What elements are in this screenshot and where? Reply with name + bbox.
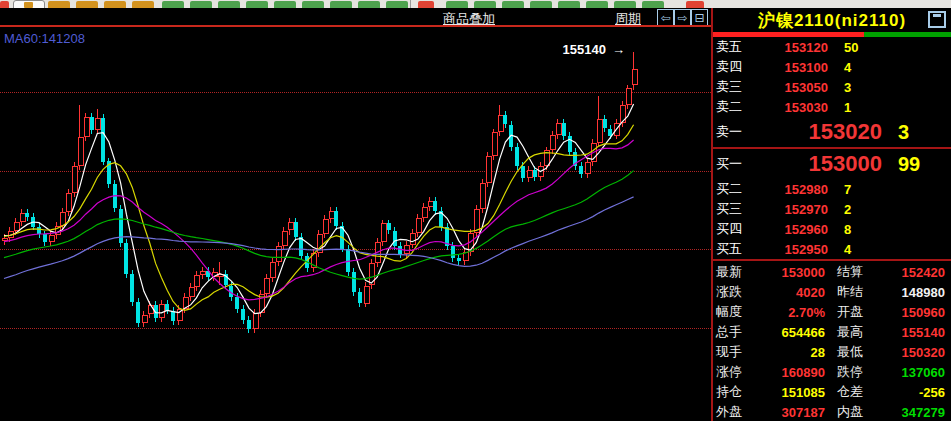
- info-label: 持仓: [716, 383, 757, 401]
- info-value: 2.70%: [757, 305, 825, 320]
- bid-label: 买三: [716, 200, 770, 218]
- ma-line: [4, 125, 634, 311]
- favicon-stub[interactable]: [76, 1, 98, 8]
- favicon-stub[interactable]: [474, 1, 496, 8]
- bid-row[interactable]: 买一15300099: [713, 149, 951, 179]
- info-value: 153000: [757, 265, 825, 280]
- favicon-stub[interactable]: [530, 1, 552, 8]
- info-value: 307187: [757, 405, 825, 420]
- ask-row[interactable]: 卖一1530203: [713, 117, 951, 147]
- favicon-stub[interactable]: [48, 1, 70, 8]
- info-row: 现手28最低150320: [713, 342, 951, 362]
- favicon-stub[interactable]: [0, 1, 9, 8]
- quote-panel: 沪镍2110(ni2110) 卖五15312050卖四1531004卖三1530…: [711, 8, 951, 421]
- info-label: 总手: [716, 323, 757, 341]
- ask-price: 153020: [770, 119, 882, 145]
- info-value: 137060: [878, 365, 945, 380]
- buy-sell-ratio-bar: [713, 32, 951, 37]
- bid-qty: 2: [844, 202, 851, 217]
- bid-levels: 买一15300099买二1529807买三1529702买四1529608买五1…: [713, 149, 951, 259]
- favicon-stub[interactable]: [686, 1, 704, 8]
- bid-row[interactable]: 买五1529504: [713, 239, 951, 259]
- favicon-stub[interactable]: [446, 1, 468, 8]
- favicon-stub[interactable]: [190, 1, 212, 8]
- ask-price: 153030: [770, 100, 828, 115]
- strip-divider: [410, 0, 411, 8]
- bid-label: 买四: [716, 220, 770, 238]
- info-label: 内盘: [837, 403, 878, 421]
- back-arrow-button[interactable]: ⇦: [657, 9, 674, 26]
- favicon-stub[interactable]: [418, 1, 434, 8]
- info-value: 152420: [878, 265, 945, 280]
- favicon-stub[interactable]: [246, 1, 268, 8]
- favicon-stub[interactable]: [132, 1, 154, 8]
- info-value: 151085: [757, 385, 825, 400]
- info-row: 涨跌4020昨结148980: [713, 282, 951, 302]
- forward-arrow-button[interactable]: ⇨: [674, 9, 691, 26]
- info-value: 150320: [878, 345, 945, 360]
- favicon-stub[interactable]: [558, 1, 580, 8]
- ask-qty: 4: [844, 60, 851, 75]
- bid-row[interactable]: 买四1529608: [713, 219, 951, 239]
- info-label: 最新: [716, 263, 757, 281]
- favicon-stub[interactable]: [302, 1, 324, 8]
- ask-qty: 50: [844, 40, 858, 55]
- favicon-stub[interactable]: [386, 1, 408, 8]
- ma-line: [4, 140, 634, 300]
- info-label: 仓差: [837, 383, 878, 401]
- favicon-stub[interactable]: [330, 1, 352, 8]
- favicon-stub[interactable]: [614, 1, 636, 8]
- restore-window-icon[interactable]: [928, 11, 946, 28]
- buy-ratio-segment: [864, 32, 951, 37]
- info-label: 幅度: [716, 303, 757, 321]
- chart-toolbar: 商品叠加 周期 ⇦ ⇨ ⊟: [0, 8, 711, 26]
- ask-row[interactable]: 卖五15312050: [713, 37, 951, 57]
- ask-label: 卖二: [716, 98, 770, 116]
- ma-line: [4, 171, 634, 280]
- ask-row[interactable]: 卖二1530301: [713, 97, 951, 117]
- favicon-stub[interactable]: [104, 1, 126, 8]
- bid-label: 买二: [716, 180, 770, 198]
- info-row: 外盘307187内盘347279: [713, 402, 951, 421]
- info-value: 347279: [878, 405, 945, 420]
- bid-price: 152970: [770, 202, 828, 217]
- info-row: 持仓151085仓差-256: [713, 382, 951, 402]
- bid-label: 买五: [716, 240, 770, 258]
- bid-row[interactable]: 买三1529702: [713, 199, 951, 219]
- ask-label: 卖一: [716, 123, 770, 141]
- info-value: 654466: [757, 325, 825, 340]
- favicon-stub[interactable]: [274, 1, 296, 8]
- ask-label: 卖五: [716, 38, 770, 56]
- ask-qty: 1: [844, 100, 851, 115]
- ask-label: 卖四: [716, 58, 770, 76]
- info-label: 最高: [837, 323, 878, 341]
- info-label: 外盘: [716, 403, 757, 421]
- info-label: 结算: [837, 263, 878, 281]
- ask-qty: 3: [844, 80, 851, 95]
- favicon-stub[interactable]: [502, 1, 524, 8]
- info-label: 跌停: [837, 363, 878, 381]
- ask-row[interactable]: 卖三1530503: [713, 77, 951, 97]
- favicon-stub[interactable]: [218, 1, 240, 8]
- info-value: 150960: [878, 305, 945, 320]
- favicon-stub[interactable]: [642, 1, 664, 8]
- favicon-stub[interactable]: [586, 1, 608, 8]
- info-label: 现手: [716, 343, 757, 361]
- favicon-stub[interactable]: [162, 1, 184, 8]
- bid-row[interactable]: 买二1529807: [713, 179, 951, 199]
- split-window-button[interactable]: ⊟: [691, 9, 708, 26]
- info-row: 幅度2.70%开盘150960: [713, 302, 951, 322]
- info-value: 28: [757, 345, 825, 360]
- bid-price: 152960: [770, 222, 828, 237]
- info-row: 涨停160890跌停137060: [713, 362, 951, 382]
- info-row: 总手654466最高155140: [713, 322, 951, 342]
- info-label: 昨结: [837, 283, 878, 301]
- ask-row[interactable]: 卖四1531004: [713, 57, 951, 77]
- favicon-stub[interactable]: [358, 1, 380, 8]
- bid-qty: 4: [844, 242, 851, 257]
- ask-price: 153120: [770, 40, 828, 55]
- ask-label: 卖三: [716, 78, 770, 96]
- ma-line: [4, 197, 634, 279]
- candlestick-chart[interactable]: MA60:141208 155140→: [0, 28, 711, 421]
- bookmark-button[interactable]: [13, 0, 45, 8]
